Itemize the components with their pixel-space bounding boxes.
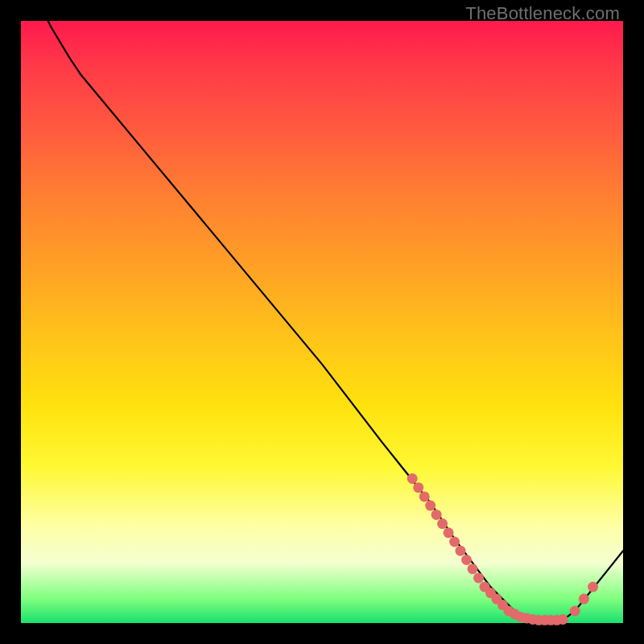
data-point [407, 473, 418, 484]
data-point [437, 518, 448, 529]
bottleneck-curve [21, 0, 623, 620]
marker-layer [407, 473, 598, 625]
data-point [413, 482, 423, 493]
data-point [473, 572, 484, 583]
data-point [456, 546, 466, 556]
data-point [449, 537, 460, 547]
data-point [588, 582, 598, 592]
data-point [431, 510, 442, 520]
data-point [579, 594, 589, 605]
data-point [425, 501, 436, 511]
data-point [570, 606, 580, 617]
plot-area [21, 21, 623, 623]
data-point [468, 564, 478, 574]
data-point [419, 491, 430, 502]
chart-frame: TheBottleneck.com [0, 0, 644, 644]
data-point [461, 555, 472, 565]
data-point [444, 527, 454, 538]
data-point [558, 614, 568, 625]
plot-svg [21, 21, 623, 623]
